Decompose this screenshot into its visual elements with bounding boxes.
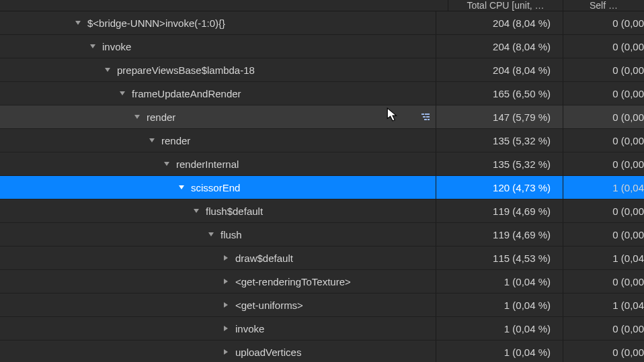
svg-rect-3	[426, 116, 430, 118]
tree-row-name-cell[interactable]: invoke	[0, 41, 436, 52]
tree-row-name-cell[interactable]: render	[0, 111, 436, 123]
self-cell: 0 (0,00	[563, 129, 644, 152]
tree-node-label: frameUpdateAndRender	[128, 88, 241, 99]
tree-node-label: renderInternal	[172, 159, 239, 170]
tree-row[interactable]: frameUpdateAndRender165 (6,50 %)0 (0,00	[0, 82, 644, 105]
tree-row[interactable]: $<bridge-UNNN>invoke(-1:0){}204 (8,04 %)…	[0, 11, 644, 35]
expand-arrow-down-icon[interactable]	[73, 19, 83, 26]
tree-row[interactable]: renderInternal135 (5,32 %)0 (0,00	[0, 152, 644, 176]
self-cell: 0 (0,00	[563, 223, 644, 246]
column-header-self[interactable]: Self …	[563, 0, 644, 11]
expand-arrow-right-icon[interactable]	[220, 255, 231, 261]
tree-row-name-cell[interactable]: invoke	[0, 323, 436, 334]
tree-node-label: <get-renderingToTexture>	[231, 276, 351, 287]
expand-arrow-down-icon[interactable]	[117, 90, 128, 97]
tree-row-name-cell[interactable]: <get-uniforms>	[0, 300, 436, 311]
expand-arrow-down-icon[interactable]	[132, 114, 143, 120]
tree-row[interactable]: render135 (5,32 %)0 (0,00	[0, 129, 644, 152]
svg-rect-2	[423, 116, 426, 118]
expand-arrow-down-icon[interactable]	[161, 161, 172, 167]
total-cpu-cell: 165 (6,50 %)	[436, 82, 563, 105]
expand-arrow-right-icon[interactable]	[220, 325, 231, 332]
tree-node-label: uploadVertices	[231, 347, 301, 358]
self-cell: 0 (0,00	[563, 152, 644, 175]
tree-row[interactable]: invoke1 (0,04 %)0 (0,00	[0, 317, 644, 341]
tree-row-name-cell[interactable]: frameUpdateAndRender	[0, 88, 436, 99]
total-cpu-cell: 119 (4,69 %)	[436, 199, 563, 222]
tree-node-label: prepareViewsBase$lambda-18	[113, 64, 255, 76]
tree-row-name-cell[interactable]: scissorEnd	[0, 182, 436, 193]
expand-arrow-down-icon[interactable]	[102, 66, 113, 73]
tree-row[interactable]: <get-uniforms>1 (0,04 %)1 (0,04	[0, 293, 644, 317]
total-cpu-cell: 135 (5,32 %)	[436, 129, 563, 152]
self-cell: 0 (0,00	[563, 199, 644, 222]
self-cell: 1 (0,04	[563, 176, 644, 199]
tree-node-label: <get-uniforms>	[231, 300, 303, 311]
tree-node-label: draw$default	[231, 253, 293, 264]
tree-row-name-cell[interactable]: uploadVertices	[0, 347, 436, 358]
tree-node-label: flush	[216, 229, 242, 240]
tree-row[interactable]: prepareViewsBase$lambda-18204 (8,04 %)0 …	[0, 58, 644, 82]
tree-node-label: $<bridge-UNNN>invoke(-1:0){}	[83, 17, 225, 29]
self-cell: 0 (0,00	[563, 82, 644, 105]
tree-node-label: render	[157, 135, 190, 146]
svg-rect-1	[425, 114, 430, 115]
tree-rows: $<bridge-UNNN>invoke(-1:0){}204 (8,04 %)…	[0, 11, 644, 362]
self-cell: 0 (0,00	[563, 105, 644, 128]
total-cpu-cell: 147 (5,79 %)	[436, 105, 563, 128]
self-cell: 0 (0,00	[563, 270, 644, 293]
tree-row[interactable]: scissorEnd120 (4,73 %)1 (0,04	[0, 176, 644, 199]
total-cpu-cell: 115 (4,53 %)	[436, 246, 563, 269]
self-cell: 0 (0,00	[563, 341, 644, 362]
tree-row-name-cell[interactable]: $<bridge-UNNN>invoke(-1:0){}	[0, 17, 436, 29]
total-cpu-cell: 135 (5,32 %)	[436, 152, 563, 175]
expand-arrow-right-icon[interactable]	[220, 349, 231, 355]
expand-arrow-down-icon[interactable]	[87, 43, 98, 50]
self-cell: 1 (0,04	[563, 246, 644, 269]
self-cell: 0 (0,00	[563, 35, 644, 58]
tree-row-name-cell[interactable]: renderInternal	[0, 159, 436, 170]
expand-arrow-right-icon[interactable]	[220, 278, 231, 285]
self-cell: 0 (0,00	[563, 317, 644, 340]
tree-row[interactable]: render147 (5,79 %)0 (0,00	[0, 105, 644, 129]
column-header-total-cpu[interactable]: Total CPU [unit, …	[448, 0, 563, 11]
expand-arrow-down-icon[interactable]	[176, 184, 187, 191]
total-cpu-cell: 204 (8,04 %)	[436, 11, 563, 34]
tree-node-label: invoke	[98, 41, 131, 52]
tree-row-name-cell[interactable]: draw$default	[0, 253, 436, 264]
total-cpu-cell: 204 (8,04 %)	[436, 58, 563, 81]
tree-row-name-cell[interactable]: prepareViewsBase$lambda-18	[0, 64, 436, 76]
expand-arrow-right-icon[interactable]	[220, 302, 231, 308]
tree-row[interactable]: invoke204 (8,04 %)0 (0,00	[0, 35, 644, 58]
self-cell: 1 (0,04	[563, 293, 644, 316]
total-cpu-cell: 1 (0,04 %)	[436, 317, 563, 340]
total-cpu-cell: 120 (4,73 %)	[436, 176, 563, 199]
tree-row-name-cell[interactable]: <get-renderingToTexture>	[0, 276, 436, 287]
svg-rect-5	[428, 119, 430, 120]
svg-rect-0	[421, 114, 424, 115]
total-cpu-cell: 1 (0,04 %)	[436, 341, 563, 362]
profiler-call-tree: Total CPU [unit, … Self … $<bridge-UNNN>…	[0, 0, 644, 362]
total-cpu-cell: 119 (4,69 %)	[436, 223, 563, 246]
self-cell: 0 (0,00	[563, 58, 644, 81]
tree-row[interactable]: draw$default115 (4,53 %)1 (0,04	[0, 246, 644, 270]
tree-row[interactable]: flush119 (4,69 %)0 (0,00	[0, 223, 644, 246]
total-cpu-cell: 1 (0,04 %)	[436, 270, 563, 293]
tree-node-label: invoke	[231, 323, 264, 334]
tree-row-name-cell[interactable]: flush	[0, 229, 436, 240]
tree-row[interactable]: flush$default119 (4,69 %)0 (0,00	[0, 199, 644, 223]
tree-row-name-cell[interactable]: render	[0, 135, 436, 146]
tree-node-label: render	[143, 111, 175, 123]
expand-arrow-down-icon[interactable]	[147, 137, 157, 144]
svg-rect-4	[424, 119, 427, 120]
expand-arrow-down-icon[interactable]	[206, 231, 216, 238]
tree-row-name-cell[interactable]: flush$default	[0, 206, 436, 217]
filter-callers-icon[interactable]	[421, 112, 430, 122]
tree-node-label: scissorEnd	[187, 182, 240, 193]
tree-row[interactable]: uploadVertices1 (0,04 %)0 (0,00	[0, 341, 644, 362]
total-cpu-cell: 1 (0,04 %)	[436, 293, 563, 316]
tree-row[interactable]: <get-renderingToTexture>1 (0,04 %)0 (0,0…	[0, 270, 644, 293]
expand-arrow-down-icon[interactable]	[191, 208, 202, 214]
table-header: Total CPU [unit, … Self …	[0, 0, 644, 11]
tree-node-label: flush$default	[202, 206, 263, 217]
